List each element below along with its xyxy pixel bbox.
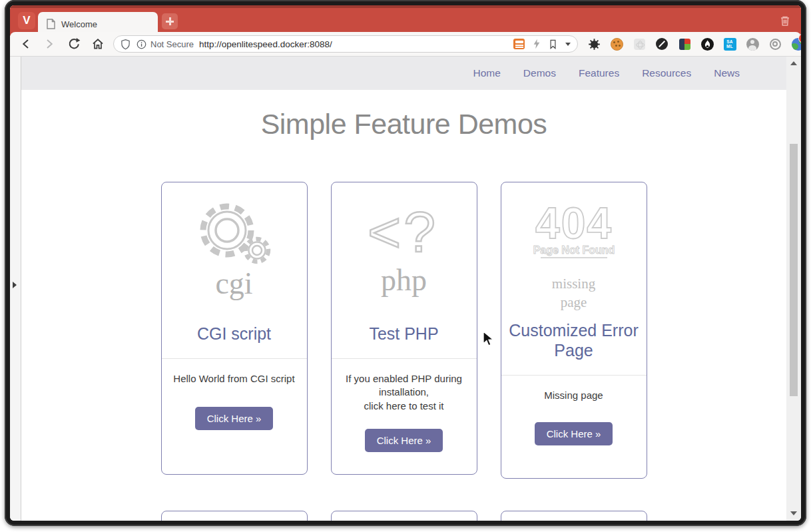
card-description: Hello World from CGI script [173,372,294,386]
tab-title: Welcome [61,19,97,29]
chevron-down-icon[interactable] [565,43,571,46]
site-nav: Home Demos Features Resources News [21,57,786,90]
security-label: Not Secure [150,39,194,49]
card-stub [161,511,308,521]
forward-icon [43,38,55,50]
php-tag-icon: <? [354,198,454,264]
svg-text:404: 404 [535,198,612,248]
extension-cookie-icon[interactable] [610,37,623,51]
extension-analytics-mosaic-icon[interactable] [678,37,691,51]
home-icon [91,37,105,51]
page-title: Simple Feature Demos [21,108,786,140]
extension-flame-icon[interactable] [700,37,714,51]
home-button[interactable] [91,37,105,51]
card-cgi: cgi CGI script Hello World from CGI scri… [161,182,308,475]
missing-label-line2: page [561,294,587,310]
cgi-click-here-button[interactable]: Click Here » [195,407,274,430]
card-error-page: 404 Page Not Found missing page [501,182,647,479]
url-text[interactable]: http://openlitespeed.docker:8088/ [199,39,332,49]
nav-home[interactable]: Home [473,67,501,79]
nav-demos[interactable]: Demos [523,67,556,79]
svg-text:Page Not Found: Page Not Found [533,244,615,256]
reader-mode-icon[interactable] [513,39,525,49]
scrollbar[interactable] [786,57,801,521]
card-title: Test PHP [369,324,438,344]
saml-text: SA [726,39,733,44]
trash-icon-button[interactable] [778,14,792,27]
back-icon [20,38,32,50]
new-tab-button[interactable] [162,13,178,29]
extension-user-icon[interactable] [746,37,759,51]
side-panel-toggle[interactable] [10,57,21,521]
extension-privacy-slash-icon[interactable] [655,37,669,51]
forward-button[interactable] [43,37,56,51]
card-php: <? php Test PHP If you enabled PHP durin… [331,182,477,475]
back-button[interactable] [19,37,33,51]
shield-icon [121,39,131,50]
panel-expand-arrow-icon [13,282,17,288]
plus-icon [166,17,174,25]
info-icon[interactable] [136,39,146,49]
screen: V Welcome [0,0,811,532]
gears-icon [192,198,276,267]
browser-window: V Welcome [5,0,806,526]
svg-text:<?: <? [368,200,438,264]
card-description: Missing page [544,389,603,402]
bookmark-icon[interactable] [549,39,557,49]
scroll-down-arrow[interactable] [790,511,797,515]
extension-saml-icon[interactable]: SA ML [723,37,736,51]
php-label: php [381,265,427,296]
feature-cards: cgi CGI script Hello World from CGI scri… [21,182,786,479]
scrollbar-thumb[interactable] [790,144,798,396]
navigation-toolbar: Not Secure http://openlitespeed.docker:8… [10,32,801,57]
404-icon: 404 Page Not Found [507,198,641,261]
error-click-here-button[interactable]: Click Here » [535,422,613,445]
cgi-label: cgi [215,268,252,299]
card-title: Customized Error Page [507,321,641,360]
web-page: Home Demos Features Resources News Simpl… [21,57,786,521]
card-description-line2: click here to test it [364,400,443,411]
address-bar[interactable]: Not Secure http://openlitespeed.docker:8… [113,35,578,53]
card-description-line1: If you enabled PHP during installation, [346,373,462,398]
nav-resources[interactable]: Resources [642,67,691,79]
page-favicon-icon [47,19,55,29]
reload-button[interactable] [67,37,81,51]
extension-adblock-bug-icon[interactable] [587,37,601,51]
extension-devtools-disabled-icon[interactable] [633,37,646,51]
profile-globe-icon[interactable]: 2 [791,37,801,51]
extension-icons: SA ML 2 [587,37,801,51]
nav-features[interactable]: Features [579,67,619,79]
second-row-cards [21,511,786,521]
lightning-icon[interactable] [533,39,541,49]
vivaldi-logo-button[interactable]: V [18,12,35,29]
extension-rings-icon[interactable] [768,37,782,51]
nav-news[interactable]: News [714,67,740,79]
scroll-up-arrow[interactable] [790,61,797,65]
saml-text: ML [726,44,733,49]
card-stub [501,511,647,521]
missing-label-line1: missing [552,276,595,292]
trash-icon [778,14,792,27]
reload-icon [67,37,81,51]
card-stub [331,511,477,521]
card-title: CGI script [197,324,271,344]
php-click-here-button[interactable]: Click Here » [365,429,443,452]
